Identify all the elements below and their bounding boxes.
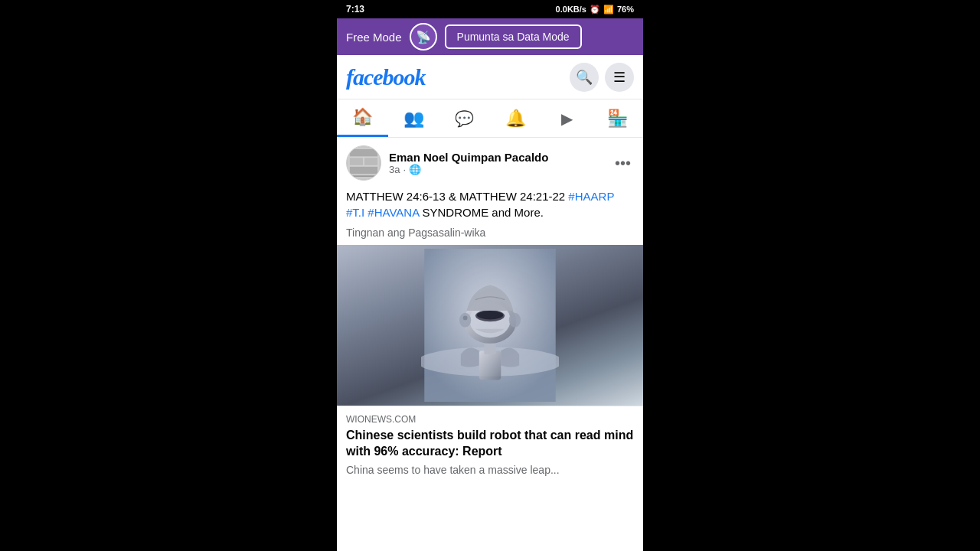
svg-rect-4 (364, 158, 377, 165)
nav-messenger[interactable]: 💬 (439, 99, 490, 137)
article-source: WIONEWS.COM (346, 414, 634, 425)
dot-separator: · (403, 164, 406, 175)
post-author: Eman Noel Quimpan Pacaldo (389, 151, 604, 164)
post-header: Eman Noel Quimpan Pacaldo 3a · 🌐 ••• (337, 138, 643, 185)
status-bar: 7:13 0.0KB/s ⏰ 📶 76% (337, 0, 643, 18)
network-speed: 0.0KB/s (556, 5, 586, 14)
phone-frame: 7:13 0.0KB/s ⏰ 📶 76% Free Mode 📡 Pumunta… (337, 0, 643, 551)
svg-point-14 (477, 311, 503, 319)
post-text-prefix: MATTHEW 24:6-13 & MATTHEW 24:21-22 (346, 190, 568, 203)
nav-home[interactable]: 🏠 (337, 99, 388, 137)
post-time-row: 3a · 🌐 (389, 164, 604, 175)
alarm-icon: ⏰ (590, 5, 600, 15)
search-icon: 🔍 (576, 69, 593, 86)
data-mode-button[interactable]: Pumunta sa Data Mode (445, 24, 582, 49)
hashtag-haarp[interactable]: #HAARP (568, 190, 614, 203)
status-right: 0.0KB/s ⏰ 📶 76% (556, 5, 634, 15)
nav-notifications[interactable]: 🔔 (490, 99, 541, 137)
marketplace-icon: 🏪 (607, 109, 628, 129)
free-mode-label: Free Mode (346, 31, 402, 44)
nav-friends[interactable]: 👥 (388, 99, 439, 137)
fb-header: facebook 🔍 ☰ (337, 55, 643, 99)
fb-nav: 🏠 👥 💬 🔔 ▶ 🏪 (337, 99, 643, 138)
svg-rect-2 (350, 149, 377, 157)
status-time: 7:13 (346, 4, 364, 15)
svg-point-17 (463, 316, 468, 321)
robot-image (421, 249, 559, 402)
header-icons: 🔍 ☰ (570, 63, 634, 92)
video-icon: ▶ (561, 109, 573, 128)
nav-marketplace[interactable]: 🏪 (592, 99, 643, 137)
svg-rect-9 (479, 350, 501, 380)
free-mode-bar: Free Mode 📡 Pumunta sa Data Mode (337, 18, 643, 55)
post-text: MATTHEW 24:6-13 & MATTHEW 24:21-22 #HAAR… (337, 185, 643, 225)
article-title: Chinese scientists build robot that can … (346, 428, 634, 460)
svg-rect-3 (350, 158, 363, 165)
svg-rect-6 (350, 175, 377, 177)
post-meta: Eman Noel Quimpan Pacaldo 3a · 🌐 (389, 151, 604, 175)
svg-point-16 (509, 313, 521, 328)
broadcast-icon: 📡 (416, 30, 431, 44)
avatar-image (347, 146, 381, 180)
battery-level: 76% (617, 5, 634, 14)
hashtag-ti[interactable]: #T.I (346, 206, 364, 219)
article-card[interactable]: WIONEWS.COM Chinese scientists build rob… (337, 406, 643, 484)
hashtag-havana[interactable]: #HAVANA (368, 206, 419, 219)
avatar[interactable] (346, 145, 381, 181)
see-translation[interactable]: Tingnan ang Pagsasalin-wika (337, 225, 643, 245)
home-icon: 🏠 (352, 107, 373, 127)
more-options-button[interactable]: ••• (612, 152, 634, 175)
messenger-icon: 💬 (455, 109, 474, 128)
search-button[interactable]: 🔍 (570, 63, 599, 92)
post-time: 3a (389, 164, 400, 175)
signal-icon: 📶 (603, 5, 614, 15)
friends-icon: 👥 (403, 109, 424, 129)
menu-icon: ☰ (613, 69, 626, 86)
menu-button[interactable]: ☰ (605, 63, 634, 92)
nav-video[interactable]: ▶ (541, 99, 593, 137)
post-card: Eman Noel Quimpan Pacaldo 3a · 🌐 ••• MAT… (337, 138, 643, 551)
facebook-logo: facebook (346, 64, 426, 90)
post-text-suffix: SYNDROME and More. (419, 206, 544, 219)
broadcast-button[interactable]: 📡 (410, 23, 437, 51)
svg-rect-5 (350, 167, 377, 174)
article-description: China seems to have taken a massive leap… (346, 463, 634, 478)
bell-icon: 🔔 (505, 109, 526, 129)
post-image (337, 245, 643, 406)
privacy-icon: 🌐 (409, 164, 421, 175)
